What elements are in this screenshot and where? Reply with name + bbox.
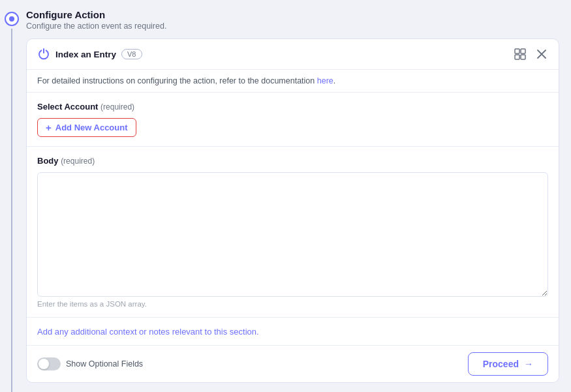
svg-rect-2 xyxy=(515,55,519,59)
card-footer: Show Optional Fields Proceed → xyxy=(27,346,559,382)
info-text-after: . xyxy=(333,76,335,85)
body-section: Body (required) Enter the items as a JSO… xyxy=(27,147,559,318)
toggle-knob xyxy=(39,359,49,369)
add-account-button[interactable]: + Add New Account xyxy=(37,118,136,137)
info-link[interactable]: here xyxy=(317,76,333,85)
body-hint: Enter the items as a JSON array. xyxy=(37,300,548,308)
card-title: Index an Entry xyxy=(55,50,116,59)
card-header-left: Index an Entry V8 xyxy=(37,48,142,61)
info-text-before: For detailed instructions on configuring… xyxy=(37,76,317,85)
body-textarea[interactable] xyxy=(37,172,548,297)
select-account-section: Select Account (required) + Add New Acco… xyxy=(27,93,559,147)
select-account-label: Select Account (required) xyxy=(37,102,548,112)
version-badge: V8 xyxy=(121,49,142,59)
close-button[interactable] xyxy=(535,48,548,61)
proceed-button[interactable]: Proceed → xyxy=(468,352,548,376)
page-subtitle: Configure the action event as required. xyxy=(26,22,559,31)
card-header-right xyxy=(513,47,548,61)
expand-button[interactable] xyxy=(513,47,527,61)
body-label: Body (required) xyxy=(37,156,548,166)
proceed-label: Proceed xyxy=(483,359,519,369)
add-context-link[interactable]: Add any additional context or notes rele… xyxy=(37,327,259,337)
step-connector xyxy=(11,29,12,392)
page-title: Configure Action xyxy=(26,9,559,20)
step-rail xyxy=(0,0,23,392)
toggle-row: Show Optional Fields xyxy=(37,357,143,370)
svg-rect-0 xyxy=(515,49,519,53)
svg-rect-1 xyxy=(521,49,525,53)
step-indicator xyxy=(5,12,19,26)
optional-fields-toggle[interactable] xyxy=(37,357,61,370)
add-context-section: Add any additional context or notes rele… xyxy=(27,318,559,346)
add-account-label: Add New Account xyxy=(55,123,128,132)
main-panel: Configure Action Configure the action ev… xyxy=(23,0,571,392)
arrow-icon: → xyxy=(524,359,533,369)
toggle-label: Show Optional Fields xyxy=(66,359,143,369)
card-header: Index an Entry V8 xyxy=(27,39,559,70)
plus-icon: + xyxy=(46,123,52,132)
step-dot xyxy=(9,16,14,22)
action-card: Index an Entry V8 xyxy=(26,38,559,383)
svg-rect-3 xyxy=(521,55,525,59)
power-icon xyxy=(37,48,50,61)
info-banner: For detailed instructions on configuring… xyxy=(27,70,559,93)
